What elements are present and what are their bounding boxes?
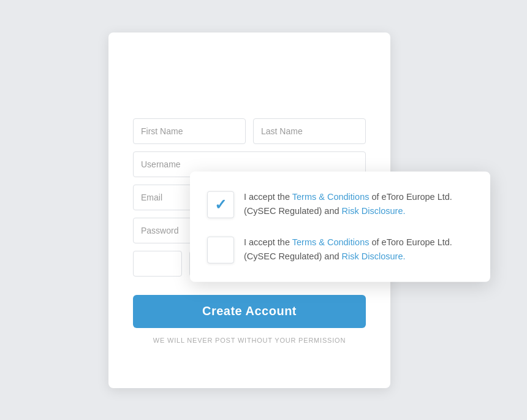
checkbox-2[interactable]: [207, 237, 234, 264]
first-name-input[interactable]: [133, 118, 246, 144]
phone-prefix-input[interactable]: +972: [133, 251, 182, 277]
popup-card: ✓ I accept the Terms & Conditions of eTo…: [190, 171, 490, 282]
terms-row-2: I accept the Terms & Conditions of eToro…: [207, 235, 473, 264]
terms-row-1: ✓ I accept the Terms & Conditions of eTo…: [207, 189, 473, 218]
name-row: [133, 118, 366, 144]
risk-disclosure-link-1[interactable]: Risk Disclosure.: [342, 205, 406, 215]
last-name-input[interactable]: [253, 118, 366, 144]
terms-text-1: I accept the Terms & Conditions of eToro…: [244, 189, 473, 218]
terms-text-2: I accept the Terms & Conditions of eToro…: [244, 235, 473, 264]
checkmark-icon: ✓: [214, 197, 227, 212]
permission-text: WE WILL NEVER POST WITHOUT YOUR PERMISSI…: [133, 337, 366, 344]
checkbox-1[interactable]: ✓: [207, 191, 234, 218]
risk-disclosure-link-2[interactable]: Risk Disclosure.: [342, 251, 406, 261]
create-account-button[interactable]: Create Account: [133, 295, 366, 328]
page-wrapper: +972 Create Account WE WILL NEVER POST W…: [0, 0, 527, 420]
terms-link-2[interactable]: Terms & Conditions: [292, 237, 370, 247]
terms-link-1[interactable]: Terms & Conditions: [292, 191, 370, 201]
